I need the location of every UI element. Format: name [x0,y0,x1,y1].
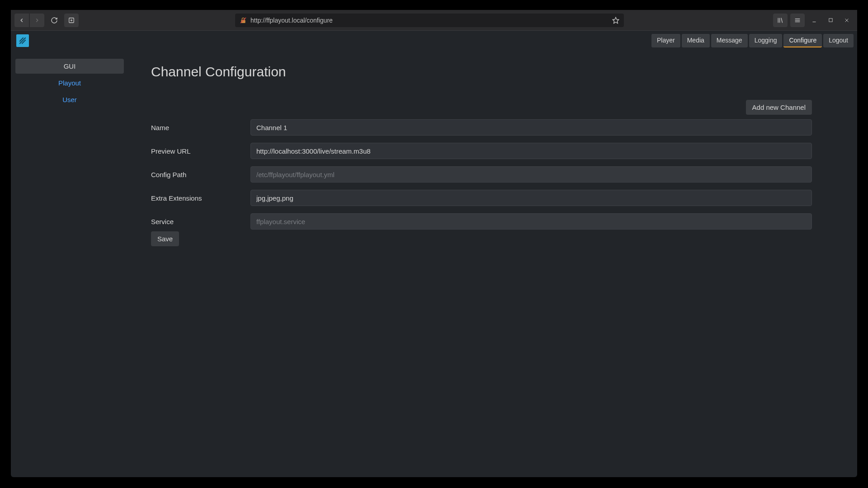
svg-marker-5 [613,17,618,23]
form-input-service [250,213,812,230]
insecure-lock-icon [240,17,247,24]
nav-item-player[interactable]: Player [651,34,680,47]
form-label: Name [151,124,250,131]
sidebar-item-user[interactable]: User [15,92,124,107]
add-channel-button[interactable]: Add new Channel [746,100,812,115]
page-title: Channel Configuration [151,64,839,80]
window-close-button[interactable] [840,14,854,27]
library-button[interactable] [773,14,788,27]
form-label: Service [151,218,250,225]
svg-line-8 [781,18,783,23]
bookmark-star-icon[interactable] [612,17,619,24]
form-input-name[interactable] [250,119,812,136]
nav-item-media[interactable]: Media [682,34,710,47]
nav-item-configure[interactable]: Configure [783,34,822,47]
browser-back-button[interactable] [14,14,29,27]
window-maximize-button[interactable] [824,14,837,27]
form-input-config-path [250,166,812,183]
config-sidebar: GUIPlayoutUser [11,51,128,477]
browser-urlbar[interactable]: http://ffplayout.local/configure [235,14,624,27]
form-input-preview-url[interactable] [250,143,812,159]
app-menu-button[interactable] [790,14,805,27]
nav-item-logout[interactable]: Logout [823,34,854,47]
app-topnav: PlayerMediaMessageLoggingConfigureLogout [11,31,857,51]
form-label: Preview URL [151,147,250,155]
app-logo[interactable] [16,34,29,47]
svg-rect-13 [829,19,832,22]
sidebar-item-gui[interactable]: GUI [15,59,124,74]
browser-url-text: http://ffplayout.local/configure [250,17,609,24]
nav-item-message[interactable]: Message [711,34,748,47]
browser-toolbar: http://ffplayout.local/configure [11,10,857,31]
browser-newtab-button[interactable] [64,14,79,27]
sidebar-item-playout[interactable]: Playout [15,75,124,90]
browser-forward-button[interactable] [30,14,44,27]
nav-item-logging[interactable]: Logging [749,34,783,47]
browser-reload-button[interactable] [47,14,61,27]
save-button[interactable]: Save [151,231,179,246]
window-minimize-button[interactable] [807,14,821,27]
form-input-extra-extensions[interactable] [250,190,812,206]
form-label: Config Path [151,171,250,178]
form-label: Extra Extensions [151,194,250,202]
